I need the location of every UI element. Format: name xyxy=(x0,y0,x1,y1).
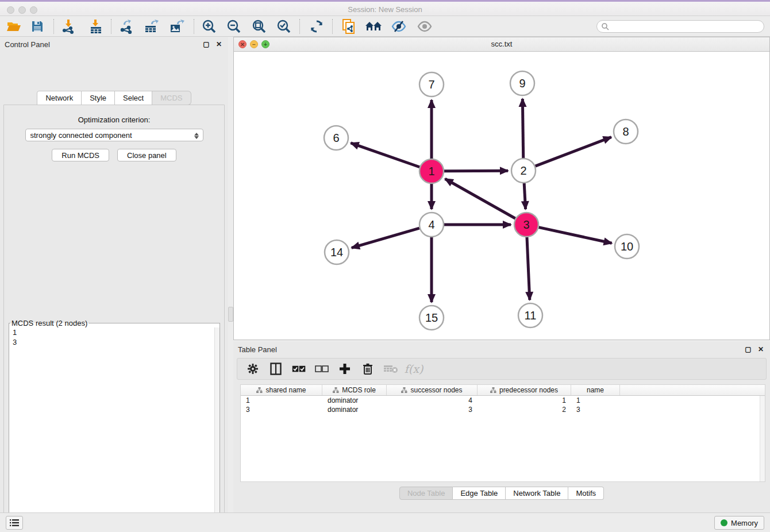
graph-node-7[interactable]: 7 xyxy=(419,72,444,97)
graph-node-11[interactable]: 11 xyxy=(518,303,542,327)
select-all-icon[interactable] xyxy=(291,361,306,376)
table-cell[interactable]: 3 xyxy=(387,405,478,414)
main-toolbar xyxy=(0,16,770,37)
optimization-criterion-label: Optimization criterion: xyxy=(4,115,224,124)
edge-4-14[interactable] xyxy=(352,228,419,248)
tab-node-table[interactable]: Node Table xyxy=(399,487,453,500)
graph-node-14[interactable]: 14 xyxy=(325,240,349,264)
close-panel-button[interactable]: Close panel xyxy=(117,149,176,161)
graph-node-8[interactable]: 8 xyxy=(614,119,638,144)
control-panel-header: Control Panel ▢ ✕ xyxy=(0,37,228,52)
table-cell[interactable]: 1 xyxy=(478,396,571,405)
graph-node-10[interactable]: 10 xyxy=(615,234,639,259)
import-network-icon[interactable] xyxy=(58,17,80,36)
column-header-successor-nodes[interactable]: successor nodes xyxy=(387,385,478,395)
column-header-shared-name[interactable]: shared name xyxy=(241,385,322,395)
first-neighbors-icon[interactable] xyxy=(363,17,384,36)
table-cell[interactable]: 1 xyxy=(571,396,620,405)
import-table-icon[interactable] xyxy=(85,17,107,36)
result-scrollbar[interactable] xyxy=(214,327,220,532)
column-header-name[interactable]: name xyxy=(571,385,620,395)
table-row[interactable]: 1dominator411 xyxy=(241,396,765,405)
close-panel-icon[interactable]: ✕ xyxy=(214,40,224,49)
tab-select[interactable]: Select xyxy=(115,91,152,105)
edge-3-1[interactable] xyxy=(445,179,515,218)
search-field[interactable] xyxy=(609,21,764,32)
zoom-out-icon[interactable] xyxy=(223,17,245,36)
node-table-header: shared nameMCDS rolesuccessor nodesprede… xyxy=(241,385,765,396)
memory-button[interactable]: Memory xyxy=(714,516,764,530)
mcds-result-list[interactable]: 13 xyxy=(9,327,220,532)
search-input[interactable] xyxy=(596,20,764,33)
table-cell[interactable]: 1 xyxy=(241,396,322,405)
edge-2-3[interactable] xyxy=(524,183,525,209)
table-cell[interactable]: dominator xyxy=(322,396,387,405)
edge-3-11[interactable] xyxy=(527,237,530,300)
column-header-predecessor-nodes[interactable]: predecessor nodes xyxy=(478,385,571,395)
toolbar-separator xyxy=(53,19,54,34)
tab-network-table[interactable]: Network Table xyxy=(506,487,568,500)
save-session-icon[interactable] xyxy=(26,17,48,36)
optimization-criterion-select[interactable]: strongly connected component xyxy=(25,129,203,141)
show-details-icon[interactable] xyxy=(414,17,436,36)
tab-network[interactable]: Network xyxy=(37,91,82,105)
tab-edge-table[interactable]: Edge Table xyxy=(453,487,506,500)
export-network-icon[interactable] xyxy=(116,17,137,36)
node-label: 2 xyxy=(520,164,526,177)
search-icon xyxy=(601,22,609,30)
edge-3-10[interactable] xyxy=(538,228,611,244)
mcds-panel: Optimization criterion: strongly connect… xyxy=(3,105,225,532)
result-item[interactable]: 1 xyxy=(9,327,220,337)
table-cell[interactable]: dominator xyxy=(322,405,387,414)
edge-2-8[interactable] xyxy=(536,137,611,167)
graph-node-2[interactable]: 2 xyxy=(511,159,536,183)
table-row[interactable]: 3dominator323 xyxy=(241,405,765,414)
close-table-panel-icon[interactable]: ✕ xyxy=(756,345,765,354)
zoom-fit-icon[interactable] xyxy=(248,17,270,36)
tab-style[interactable]: Style xyxy=(82,91,115,105)
deselect-all-icon[interactable] xyxy=(314,361,329,376)
run-mcds-button[interactable]: Run MCDS xyxy=(52,149,109,161)
zoom-in-icon[interactable] xyxy=(198,17,220,36)
tab-motifs[interactable]: Motifs xyxy=(568,487,604,500)
table-cell[interactable]: 3 xyxy=(571,405,620,414)
graph-node-6[interactable]: 6 xyxy=(324,126,348,150)
table-cell[interactable]: 3 xyxy=(241,405,322,414)
window-titlebar: Session: New Session xyxy=(0,0,770,16)
table-scrollbar[interactable] xyxy=(760,396,765,481)
add-column-icon[interactable] xyxy=(337,361,352,376)
graph-node-3[interactable]: 3 xyxy=(514,213,538,237)
export-table-icon[interactable] xyxy=(141,17,163,36)
delete-icon[interactable] xyxy=(360,361,375,376)
refresh-icon[interactable] xyxy=(306,17,328,36)
open-file-icon[interactable] xyxy=(3,17,25,36)
edge-2-9[interactable] xyxy=(522,99,523,158)
duplicate-network-icon[interactable] xyxy=(338,17,360,36)
tab-mcds[interactable]: MCDS xyxy=(152,91,191,105)
gear-icon[interactable] xyxy=(245,361,260,376)
graph-node-9[interactable]: 9 xyxy=(510,71,534,95)
graph-node-1[interactable]: 1 xyxy=(419,159,444,183)
edge-1-2[interactable] xyxy=(444,171,508,171)
list-icon xyxy=(10,519,19,527)
result-item[interactable]: 3 xyxy=(9,337,220,347)
hierarchy-icon xyxy=(333,387,339,393)
float-table-panel-icon[interactable]: ▢ xyxy=(744,345,753,354)
graph-node-4[interactable]: 4 xyxy=(419,213,444,237)
graph-node-15[interactable]: 15 xyxy=(419,306,444,330)
control-panel-tabs: Network Style Select MCDS xyxy=(0,91,228,105)
zoom-selected-icon[interactable] xyxy=(273,17,295,36)
edge-1-6[interactable] xyxy=(351,143,419,167)
delete-table-icon[interactable] xyxy=(383,361,398,376)
network-canvas[interactable]: 7968124314101511 xyxy=(234,52,769,340)
function-builder-icon[interactable]: f(x) xyxy=(406,361,421,376)
vertical-splitter-handle[interactable] xyxy=(228,307,233,322)
column-header-MCDS-role[interactable]: MCDS role xyxy=(322,385,387,395)
task-history-button[interactable] xyxy=(6,516,23,530)
table-cell[interactable]: 2 xyxy=(478,405,571,414)
float-panel-icon[interactable]: ▢ xyxy=(202,40,211,49)
split-panel-icon[interactable] xyxy=(268,361,283,376)
table-cell[interactable]: 4 xyxy=(387,396,478,405)
hide-details-icon[interactable] xyxy=(388,17,410,36)
export-image-icon[interactable] xyxy=(166,17,188,36)
